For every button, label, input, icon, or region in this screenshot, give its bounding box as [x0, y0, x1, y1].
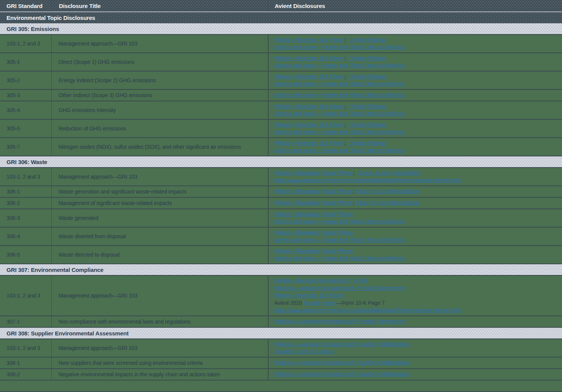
- avient-disclosures-cell: Planet—Protecting Our Planet; Climate Ch…: [268, 53, 562, 71]
- avient-disclosures-cell: Planet—Protecting Our Planet; Climate Ch…: [268, 35, 562, 52]
- avient-disclosures-cell: Products—Management Approach: Supplier C…: [268, 339, 562, 357]
- avient-disclosures-cell: Planet—Protecting Our Planet; Climate Ch…: [268, 101, 562, 119]
- table-row: 306-3Waste generatedPlanet—Eliminating P…: [0, 209, 562, 228]
- disclosure-title-cell: Waste generated: [51, 209, 268, 227]
- disclosure-link[interactable]: Planet—Protecting Our Planet: [274, 73, 344, 80]
- section-title: GRI 305: Emissions: [7, 26, 59, 32]
- disclosure-text: ;: [344, 55, 349, 61]
- table-row: 307-1Non-compliance with environmental l…: [0, 316, 562, 328]
- disclosure-title-cell: Reduction of GHG emissions: [51, 120, 268, 137]
- disclosure-link[interactable]: Clean-Up and Remediation: [356, 200, 419, 206]
- disclosure-link[interactable]: Planet—Eliminating Plastic Waste: [274, 200, 353, 206]
- disclosure-link[interactable]: Planet—Protecting Our Planet: [274, 292, 344, 298]
- gri-standard-cell: 103-1, 2 and 3: [0, 168, 51, 185]
- disclosure-link[interactable]: Products—Management Approach: Product St…: [274, 318, 406, 324]
- table-row: 305-2Energy indirect (Scope 2) GHG emiss…: [0, 72, 562, 90]
- disclosure-link[interactable]: Annual Report: [303, 300, 337, 306]
- disclosure-link[interactable]: Planet—Eliminating Plastic Waste: [274, 170, 353, 176]
- disclosure-text: ;: [344, 103, 349, 109]
- table-row: 306-4Waste diverted from disposalPlanet—…: [0, 228, 562, 246]
- table-row: 306-2Management of significant waste-rel…: [0, 198, 562, 209]
- disclosure-title-cell: GHG emissions intensity: [51, 101, 268, 119]
- disclosure-title-cell: New suppliers that were screened using e…: [51, 358, 268, 368]
- table-row: 103-1, 2 and 3Management approach—GRI 10…: [0, 168, 562, 186]
- disclosure-title-cell: Direct (Scope 1) GHG emissions: [51, 53, 268, 71]
- disclosure-line: Metrics and Index—People and Planet Data…: [274, 91, 405, 99]
- disclosure-link[interactable]: Metrics and Index—People and Planet Data…: [274, 81, 405, 87]
- disclosure-link[interactable]: Products—Management Approach: Supplier C…: [274, 341, 409, 347]
- avient-disclosures-cell: Planet—Eliminating Plastic WasteMetrics …: [268, 209, 562, 227]
- gri-standard-cell: 308-1: [0, 358, 51, 368]
- disclosure-link[interactable]: Planet—Protecting Our Planet: [274, 122, 344, 128]
- disclosure-text: Avient 2020: [274, 300, 303, 306]
- disclosure-link[interactable]: Metrics and Index—People and Planet Data…: [274, 237, 405, 243]
- disclosure-link[interactable]: Clean-Up and Remediation: [356, 188, 419, 194]
- avient-disclosures-cell: Planet—Eliminating Plastic WasteMetrics …: [268, 228, 562, 245]
- disclosure-title-cell: Management approach—GRI 103: [51, 168, 268, 185]
- disclosure-line: Products—Management Approach: Supplier C…: [274, 371, 409, 378]
- disclosure-line: Planet—Protecting Our Planet; Climate Ch…: [274, 121, 386, 129]
- disclosure-link[interactable]: Climate Change: [349, 140, 386, 146]
- disclosure-link[interactable]: Metrics and Index—People and Planet Data…: [274, 129, 405, 135]
- table-row: 103-1, 2 and 3Management approach—GRI 10…: [0, 276, 562, 316]
- section-header: GRI 308: Supplier Environmental Assessme…: [0, 328, 562, 339]
- gri-standard-cell: 306-3: [0, 209, 51, 227]
- disclosure-link[interactable]: Planet—Protecting Our Planet: [274, 140, 344, 146]
- table-row: 308-2Negative environmental impacts in t…: [0, 369, 562, 381]
- gri-standard-cell: 306-2: [0, 198, 51, 208]
- section-header: GRI 305: Emissions: [0, 23, 562, 35]
- disclosure-text: —Form 10-K Page 7: [337, 300, 385, 306]
- disclosure-line: Planet—Eliminating Plastic Waste: [274, 211, 353, 218]
- disclosure-line: Supplier Code of Conduct: [274, 348, 334, 356]
- disclosure-link[interactable]: Metrics and Index—People and Planet Data…: [274, 255, 405, 261]
- disclosure-line: Planet—Protecting Our Planet; Climate Ch…: [274, 103, 386, 111]
- disclosure-line: Planet—Protecting Our Planet: [274, 292, 344, 299]
- disclosure-link[interactable]: Climate Change: [349, 73, 386, 80]
- disclosure-link[interactable]: Metrics and Index—People and Planet Data…: [274, 111, 405, 117]
- disclosure-link[interactable]: Planet—Eliminating Plastic Waste: [274, 211, 353, 217]
- disclosure-link[interactable]: Clean-Up and Remediation: [357, 170, 420, 176]
- disclosure-link[interactable]: Climate Change: [349, 103, 386, 109]
- disclosure-link[interactable]: Metrics and Index—People and Planet Data…: [274, 62, 405, 68]
- avient-disclosures-cell: Planet—Eliminating Plastic Waste; Clean-…: [268, 198, 562, 208]
- disclosure-link[interactable]: Planet—Eliminating Plastic Waste: [274, 188, 353, 194]
- disclosure-link[interactable]: Climate Change: [349, 122, 386, 128]
- avient-disclosures-cell: Planet—Protecting Our Planet; Climate Ch…: [268, 138, 562, 156]
- disclosure-link[interactable]: Metrics and Index—People and Planet Data…: [274, 218, 405, 224]
- disclosure-link[interactable]: https://www.avient.com/company/sustainab…: [274, 177, 461, 183]
- disclosure-link[interactable]: https://www.avient.com/company/sustainab…: [274, 307, 461, 313]
- gri-standard-cell: 308-2: [0, 369, 51, 380]
- gri-standard-cell: 305-5: [0, 120, 51, 137]
- disclosure-title-cell: Negative environmental impacts in the su…: [51, 369, 268, 380]
- gri-standard-cell: 103-1, 2 and 3: [0, 276, 51, 316]
- disclosure-title-cell: Other indirect (Scope 3) GHG emissions: [51, 90, 268, 101]
- disclosure-link[interactable]: Metrics and Index—People and Planet Data…: [274, 44, 405, 50]
- disclosure-link[interactable]: Supplier Code of Conduct: [274, 348, 334, 355]
- disclosure-link[interactable]: People—Management Approach: EH&S: [274, 277, 367, 283]
- disclosure-line: Metrics and Index—People and Planet Data…: [274, 110, 405, 118]
- disclosure-link[interactable]: Metrics and Index—People and Planet Data…: [274, 92, 405, 98]
- disclosure-link[interactable]: Products—Management Approach: Supplier C…: [274, 359, 409, 366]
- disclosure-link[interactable]: Planet—Eliminating Plastic Waste: [274, 229, 353, 236]
- avient-disclosures-cell: Metrics and Index—People and Planet Data…: [268, 90, 562, 101]
- disclosure-link[interactable]: Planet—Protecting Our Planet: [274, 55, 344, 61]
- disclosure-text: ;: [344, 37, 349, 43]
- disclosure-link[interactable]: Planet—Protecting Our Planet: [274, 103, 344, 109]
- disclosure-line: Metrics and Index—People and Planet Data…: [274, 128, 405, 136]
- disclosure-link[interactable]: Climate Change: [349, 37, 386, 43]
- disclosure-link[interactable]: Planet—Protecting Our Planet: [274, 37, 344, 43]
- disclosure-link[interactable]: Metrics and Index—People and Planet Data…: [274, 147, 405, 153]
- gri-standard-cell: 305-1: [0, 53, 51, 71]
- section-title: GRI 306: Waste: [7, 159, 47, 165]
- disclosure-line: Planet—Eliminating Plastic Waste; Clean-…: [274, 188, 419, 195]
- col-header-avient-disclosures: Avient Disclosures: [268, 0, 562, 11]
- table-row: 305-3Other indirect (Scope 3) GHG emissi…: [0, 90, 562, 101]
- disclosure-link[interactable]: Products—Management Approach: Product St…: [274, 285, 406, 291]
- avient-disclosures-cell: Products—Management Approach: Supplier C…: [268, 369, 562, 380]
- disclosure-link[interactable]: Products—Management Approach: Supplier C…: [274, 371, 409, 377]
- table-row: 308-1New suppliers that were screened us…: [0, 358, 562, 369]
- table-header-row: GRI Standard Disclosure Title Avient Dis…: [0, 0, 562, 12]
- disclosure-line: Planet—Eliminating Plastic Waste: [274, 229, 353, 237]
- disclosure-link[interactable]: Planet—Eliminating Plastic Waste: [274, 248, 353, 254]
- disclosure-link[interactable]: Climate Change: [349, 55, 386, 61]
